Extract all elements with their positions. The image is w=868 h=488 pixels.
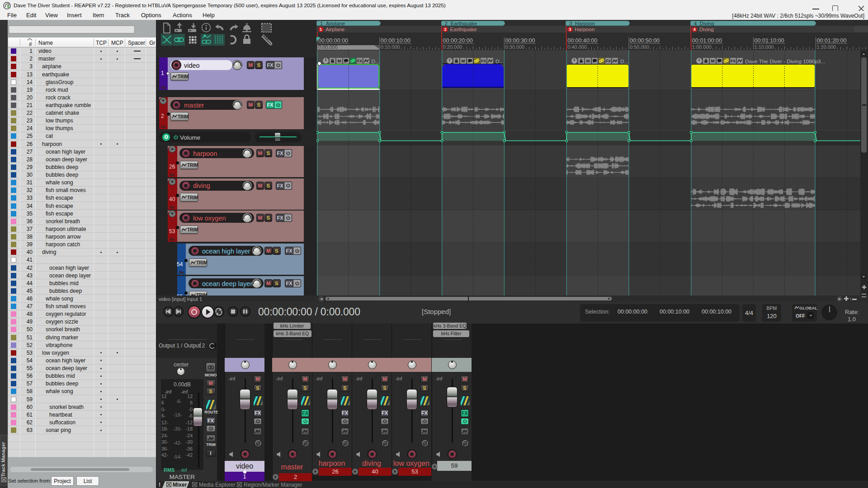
svg-text:FX: FX <box>357 59 362 63</box>
svg-text:FX: FX <box>606 59 611 63</box>
svg-text:M: M <box>711 58 715 63</box>
svg-text:M: M <box>462 58 465 63</box>
svg-text:FX: FX <box>481 59 486 63</box>
svg-text:M: M <box>586 58 590 63</box>
svg-text:M: M <box>337 58 341 63</box>
svg-text:FX: FX <box>731 59 736 63</box>
